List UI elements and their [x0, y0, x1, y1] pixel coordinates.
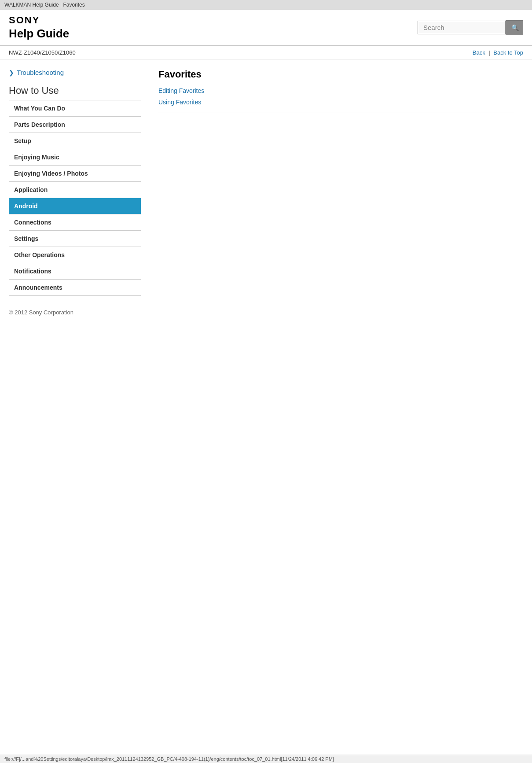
- browser-title-bar: WALKMAN Help Guide | Favorites: [0, 0, 532, 10]
- content-link-using-favorites[interactable]: Using Favorites: [158, 99, 514, 106]
- sidebar-item-settings[interactable]: Settings: [9, 230, 141, 247]
- page-header: SONY Help Guide 🔍: [0, 10, 532, 46]
- search-area: 🔍: [418, 20, 523, 35]
- model-text: NWZ-Z1040/Z1050/Z1060: [9, 49, 76, 56]
- sidebar-item-other-operations[interactable]: Other Operations: [9, 247, 141, 263]
- help-guide-title: Help Guide: [9, 27, 69, 41]
- sidebar-item-notifications[interactable]: Notifications: [9, 263, 141, 279]
- sub-header: NWZ-Z1040/Z1050/Z1060 Back | Back to Top: [0, 46, 532, 60]
- sidebar-item-android[interactable]: Android: [9, 198, 141, 214]
- search-button[interactable]: 🔍: [506, 20, 523, 35]
- page-title: Favorites: [158, 69, 514, 80]
- sidebar-item-application[interactable]: Application: [9, 181, 141, 198]
- sidebar-item-setup[interactable]: Setup: [9, 133, 141, 149]
- content-divider: [158, 113, 514, 113]
- sidebar-item-enjoying-music[interactable]: Enjoying Music: [9, 149, 141, 165]
- sidebar-item-connections[interactable]: Connections: [9, 214, 141, 230]
- sidebar-nav: What You Can DoParts DescriptionSetupEnj…: [9, 100, 141, 296]
- chevron-right-icon: ❯: [9, 69, 14, 76]
- content-links-container: Editing FavoritesUsing Favorites: [158, 87, 514, 106]
- troubleshooting-link[interactable]: ❯ Troubleshooting: [9, 69, 141, 76]
- copyright-text: © 2012 Sony Corporation: [9, 309, 73, 316]
- sidebar: ❯ Troubleshooting How to Use What You Ca…: [9, 69, 141, 296]
- sony-logo: SONY: [9, 15, 69, 26]
- content-link-editing-favorites[interactable]: Editing Favorites: [158, 87, 514, 94]
- sidebar-item-announcements[interactable]: Announcements: [9, 279, 141, 296]
- back-to-top-link[interactable]: Back to Top: [493, 49, 523, 56]
- header-logo-area: SONY Help Guide: [9, 15, 69, 41]
- search-input[interactable]: [418, 21, 506, 34]
- main-layout: ❯ Troubleshooting How to Use What You Ca…: [0, 60, 532, 305]
- nav-links: Back | Back to Top: [473, 49, 523, 56]
- footer: © 2012 Sony Corporation: [0, 305, 532, 320]
- sidebar-item-enjoying-videos-/-photos[interactable]: Enjoying Videos / Photos: [9, 165, 141, 181]
- back-link[interactable]: Back: [473, 49, 485, 56]
- sidebar-item-what-you-can-do[interactable]: What You Can Do: [9, 100, 141, 116]
- sidebar-item-parts-description[interactable]: Parts Description: [9, 116, 141, 133]
- troubleshooting-label: Troubleshooting: [17, 69, 64, 76]
- content-area: Favorites Editing FavoritesUsing Favorit…: [141, 69, 523, 296]
- browser-title-text: WALKMAN Help Guide | Favorites: [4, 2, 85, 8]
- link-separator: |: [488, 49, 490, 56]
- how-to-use-heading: How to Use: [9, 85, 141, 96]
